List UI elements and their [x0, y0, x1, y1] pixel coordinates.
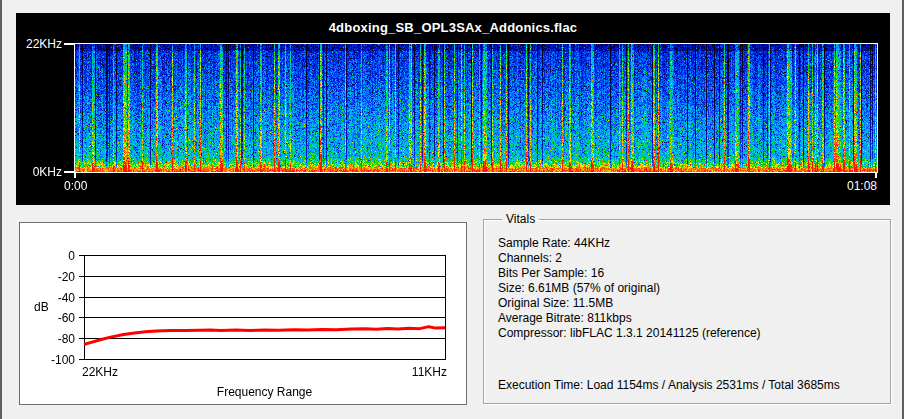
tick-mark-22khz	[64, 43, 74, 45]
spectrogram-title: 4dboxing_SB_OPL3SAx_Addonics.flac	[16, 20, 890, 35]
vitals-groupbox: Vitals Sample Rate: 44KHz Channels: 2 Bi…	[483, 212, 891, 404]
spectrogram-ylabel-top: 22KHz	[16, 37, 62, 51]
spectrogram-panel: 4dboxing_SB_OPL3SAx_Addonics.flac 22KHz …	[16, 13, 890, 205]
vitals-sample-rate: Sample Rate: 44KHz	[498, 236, 876, 251]
spectrogram-ylabel-bottom: 0KHz	[16, 165, 62, 179]
tick-mark-0khz	[64, 171, 74, 173]
vitals-compressor: Compressor: libFLAC 1.3.1 20141125 (refe…	[498, 326, 876, 341]
frequency-chart-panel	[19, 222, 467, 405]
spectrogram-time-start: 0:00	[64, 179, 87, 193]
tick-mark-time-end	[875, 173, 877, 178]
vitals-execution-time: Execution Time: Load 1154ms / Analysis 2…	[498, 378, 840, 392]
vitals-average-bitrate: Average Bitrate: 811kbps	[498, 311, 876, 326]
vitals-original-size: Original Size: 11.5MB	[498, 296, 876, 311]
vitals-bits-per-sample: Bits Per Sample: 16	[498, 266, 876, 281]
spectrogram-image	[74, 43, 878, 173]
spectrogram-time-end: 01:08	[796, 179, 877, 193]
vitals-legend: Vitals	[502, 212, 539, 226]
spectro-analyzer-window: 4dboxing_SB_OPL3SAx_Addonics.flac 22KHz …	[0, 0, 904, 419]
vitals-channels: Channels: 2	[498, 251, 876, 266]
frequency-range-chart	[20, 223, 466, 404]
tick-mark-time-start	[74, 173, 76, 178]
vitals-size: Size: 6.61MB (57% of original)	[498, 281, 876, 296]
